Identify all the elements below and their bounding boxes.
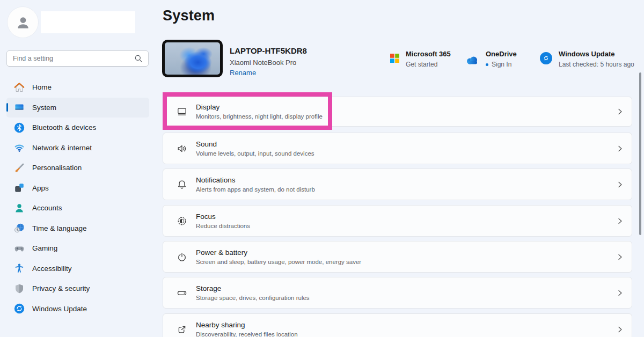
apps-icon <box>14 182 25 193</box>
sidebar-item-windows-update[interactable]: Windows Update <box>6 299 149 319</box>
privacy-security-icon <box>14 283 25 294</box>
personalisation-icon <box>14 163 25 173</box>
sidebar-item-accounts[interactable]: Accounts <box>6 198 149 218</box>
person-icon <box>15 14 31 31</box>
user-name-redacted-block <box>41 11 135 33</box>
sidebar-item-label: Windows Update <box>32 305 87 313</box>
widget-subtitle: Sign In <box>492 60 511 69</box>
row-subtitle: Storage space, drives, configuration rul… <box>196 294 310 302</box>
accounts-icon <box>14 203 25 214</box>
sidebar-item-time-language[interactable]: Time & language <box>6 218 149 239</box>
sidebar-item-label: Accounts <box>32 204 62 212</box>
sidebar-item-label: Apps <box>32 184 49 192</box>
settings-row-power-battery[interactable]: Power & battery Screen and sleep, batter… <box>163 241 632 273</box>
microsoft-365-icon <box>390 54 399 63</box>
power-battery-icon <box>177 252 187 262</box>
sidebar-item-label: Privacy & security <box>32 284 90 292</box>
settings-row-nearby-sharing[interactable]: Nearby sharing Discoverability, received… <box>163 313 632 337</box>
chevron-right-icon <box>617 181 623 188</box>
chevron-right-icon <box>617 145 623 152</box>
chevron-right-icon <box>617 254 623 260</box>
notifications-icon <box>177 179 187 190</box>
onedrive-icon <box>465 55 479 65</box>
gaming-icon <box>14 243 25 254</box>
widget-title: OneDrive <box>486 49 517 58</box>
sidebar-item-label: Home <box>32 83 52 91</box>
search-box[interactable] <box>6 50 149 67</box>
row-title: Storage <box>196 284 310 293</box>
device-name: LAPTOP-HTF5KDR8 <box>230 46 307 55</box>
sidebar-item-home[interactable]: Home <box>6 77 149 98</box>
widget-microsoft-365[interactable]: Microsoft 365 Get started <box>390 49 451 69</box>
sidebar-item-bluetooth-devices[interactable]: Bluetooth & devices <box>6 118 149 138</box>
widget-title: Windows Update <box>559 49 634 58</box>
sidebar-nav: Home System <box>0 77 156 319</box>
sidebar-item-network-internet[interactable]: Network & internet <box>6 138 149 158</box>
sidebar-item-personalisation[interactable]: Personalisation <box>6 158 149 178</box>
sidebar-item-apps[interactable]: Apps <box>6 178 149 199</box>
sidebar-item-privacy-security[interactable]: Privacy & security <box>6 279 149 299</box>
focus-icon <box>177 216 187 226</box>
search-icon[interactable] <box>134 54 143 63</box>
home-icon <box>14 82 25 93</box>
system-icon <box>14 102 25 113</box>
row-subtitle: Volume levels, output, input, sound devi… <box>196 150 314 158</box>
row-title: Display <box>196 102 323 112</box>
sidebar-item-system[interactable]: System <box>6 98 149 118</box>
user-avatar[interactable] <box>8 7 38 38</box>
nearby-sharing-icon <box>177 324 187 335</box>
row-title: Notifications <box>196 175 315 185</box>
row-subtitle: Alerts from apps and system, do not dist… <box>196 186 315 194</box>
rename-link[interactable]: Rename <box>230 69 256 77</box>
sidebar-item-gaming[interactable]: Gaming <box>6 238 149 259</box>
chevron-right-icon <box>617 326 623 333</box>
row-subtitle: Reduce distractions <box>196 222 250 230</box>
sidebar-item-label: Bluetooth & devices <box>32 123 96 131</box>
settings-row-storage[interactable]: Storage Storage space, drives, configura… <box>163 277 632 309</box>
vertical-scrollbar-thumb[interactable] <box>639 72 641 235</box>
display-icon <box>177 106 187 117</box>
sidebar-item-accessibility[interactable]: Accessibility <box>6 259 149 279</box>
chevron-right-icon <box>617 108 623 115</box>
chevron-right-icon <box>617 218 623 224</box>
row-title: Focus <box>196 212 250 221</box>
sidebar-item-label: Gaming <box>32 244 57 252</box>
settings-row-display[interactable]: Display Monitors, brightness, night ligh… <box>163 97 632 127</box>
accessibility-icon <box>14 263 25 274</box>
widget-subtitle: Get started <box>406 60 451 69</box>
search-input[interactable] <box>7 55 134 62</box>
widget-title: Microsoft 365 <box>406 49 451 58</box>
row-title: Power & battery <box>196 248 361 257</box>
storage-icon <box>177 288 187 298</box>
page-title: System <box>163 8 215 24</box>
row-subtitle: Discoverability, received files location <box>196 331 298 337</box>
sidebar-item-label: Accessibility <box>32 265 72 273</box>
row-title: Nearby sharing <box>196 320 298 329</box>
network-icon <box>14 142 25 153</box>
chevron-right-icon <box>617 290 623 296</box>
row-subtitle: Screen and sleep, battery usage, power m… <box>196 258 361 266</box>
settings-row-notifications[interactable]: Notifications Alerts from apps and syste… <box>163 169 632 200</box>
windows-update-icon <box>540 52 552 64</box>
row-title: Sound <box>196 140 314 149</box>
windows-update-icon <box>14 303 25 314</box>
sidebar-item-label: Personalisation <box>32 164 82 172</box>
sidebar-item-label: Time & language <box>32 224 87 232</box>
widget-subtitle: Last checked: 5 hours ago <box>559 60 634 69</box>
sidebar-item-label: Network & internet <box>32 144 92 152</box>
bluetooth-icon <box>14 122 25 133</box>
settings-window: Home System <box>0 0 644 337</box>
settings-row-focus[interactable]: Focus Reduce distractions <box>163 205 632 237</box>
time-language-icon <box>14 223 25 233</box>
device-wallpaper-thumbnail <box>162 40 223 77</box>
sidebar: Home System <box>0 0 156 337</box>
status-dot <box>486 63 488 66</box>
sidebar-item-label: System <box>32 104 56 112</box>
settings-row-sound[interactable]: Sound Volume levels, output, input, soun… <box>163 133 632 164</box>
sound-icon <box>177 143 187 154</box>
row-subtitle: Monitors, brightness, night light, displ… <box>196 113 323 121</box>
widget-onedrive[interactable]: OneDrive Sign In <box>465 49 517 69</box>
widget-windows-update[interactable]: Windows Update Last checked: 5 hours ago <box>540 49 634 69</box>
device-model: Xiaomi NoteBook Pro <box>230 58 296 67</box>
